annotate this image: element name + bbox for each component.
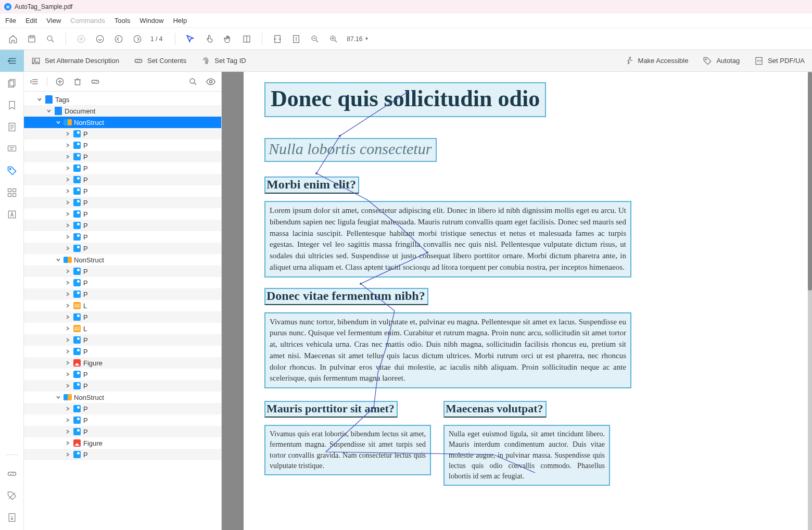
content-panel-icon[interactable] bbox=[6, 121, 18, 133]
doc-col2-heading[interactable]: Maecenas volutpat? bbox=[443, 401, 547, 418]
doc-section2-body[interactable]: Vivamus nunc tortor, bibendum in vulputa… bbox=[264, 312, 631, 389]
twisty-icon[interactable] bbox=[65, 199, 71, 206]
twisty-icon[interactable] bbox=[65, 360, 71, 366]
collapse-panel-icon[interactable] bbox=[29, 77, 40, 87]
twisty-icon[interactable] bbox=[36, 96, 43, 103]
tree-item-0-2[interactable]: P bbox=[24, 151, 221, 162]
menu-commands[interactable]: Commands bbox=[70, 17, 105, 24]
twisty-icon[interactable] bbox=[65, 406, 71, 412]
doc-section1-body[interactable]: Lorem ipsum dolor sit amet, consectetur … bbox=[264, 201, 631, 277]
twisty-icon[interactable] bbox=[65, 154, 71, 160]
menu-tools[interactable]: Tools bbox=[115, 17, 130, 24]
tree-item-2-0[interactable]: P bbox=[24, 403, 221, 414]
make-accessible-button[interactable]: Make Accessible bbox=[617, 50, 696, 72]
tree-item-1-9[interactable]: P bbox=[24, 369, 221, 380]
tree-nonstruct-2[interactable]: NonStruct bbox=[24, 392, 221, 403]
panel-search-icon[interactable] bbox=[188, 77, 198, 87]
doc-col1-body[interactable]: Vivamus quis erat lobortis, bibendum lec… bbox=[264, 425, 431, 475]
home-icon[interactable] bbox=[7, 33, 19, 45]
hand-tool-icon[interactable] bbox=[222, 33, 234, 45]
menu-help[interactable]: Help bbox=[173, 17, 187, 24]
tree-item-1-5[interactable]: L bbox=[24, 323, 221, 334]
menu-file[interactable]: File bbox=[5, 17, 16, 24]
tree-item-2-2[interactable]: P bbox=[24, 426, 221, 437]
bookmarks-panel-icon[interactable] bbox=[6, 99, 18, 111]
doc-h2[interactable]: Nulla lobortis consectetur bbox=[264, 138, 437, 162]
fit-page-icon[interactable] bbox=[290, 33, 302, 45]
tree-item-0-8[interactable]: P bbox=[24, 220, 221, 231]
twisty-icon[interactable] bbox=[65, 417, 71, 423]
tree-item-1-2[interactable]: P bbox=[24, 288, 221, 300]
tags-panel-icon[interactable] bbox=[6, 165, 18, 177]
zoom-out-icon[interactable] bbox=[309, 33, 321, 45]
doc-col2-body[interactable]: Nulla eget euismod ligula, sit amet tinc… bbox=[443, 425, 610, 486]
twisty-icon[interactable] bbox=[65, 211, 71, 217]
twisty-icon[interactable] bbox=[65, 142, 71, 148]
tree-item-1-10[interactable]: P bbox=[24, 380, 221, 392]
twisty-icon[interactable] bbox=[65, 165, 71, 171]
pointer-tool-icon[interactable] bbox=[185, 33, 196, 45]
tree-item-0-3[interactable]: P bbox=[24, 162, 221, 174]
twisty-icon[interactable] bbox=[65, 428, 71, 435]
tree-item-0-1[interactable]: P bbox=[24, 140, 221, 151]
tree-item-0-0[interactable]: P bbox=[24, 128, 221, 140]
tree-item-0-4[interactable]: P bbox=[24, 174, 221, 185]
first-page-icon[interactable] bbox=[94, 33, 106, 45]
twisty-icon[interactable] bbox=[55, 394, 61, 400]
font-panel-icon[interactable] bbox=[6, 208, 18, 221]
twisty-icon[interactable] bbox=[65, 337, 71, 343]
zoom-dropdown[interactable]: 87.16▼ bbox=[347, 35, 369, 43]
doc-section2-heading[interactable]: Donec vitae fermentum nibh? bbox=[264, 288, 428, 305]
autotag-button[interactable]: Autotag bbox=[695, 50, 747, 72]
twisty-icon[interactable] bbox=[65, 440, 71, 446]
validation-icon[interactable] bbox=[6, 489, 18, 502]
twisty-icon[interactable] bbox=[65, 188, 71, 194]
menu-window[interactable]: Window bbox=[139, 17, 163, 24]
page-canvas[interactable]: Donec quis sollicitudin odio Nulla lobor… bbox=[244, 72, 808, 530]
link-node-icon[interactable] bbox=[90, 77, 100, 87]
tree-item-0-10[interactable]: P bbox=[24, 243, 221, 254]
export-icon[interactable] bbox=[6, 511, 18, 524]
twisty-icon[interactable] bbox=[65, 268, 71, 274]
fit-width-icon[interactable] bbox=[272, 33, 283, 45]
tree-nonstruct-0[interactable]: NonStruct bbox=[24, 117, 221, 128]
tree-item-1-3[interactable]: L bbox=[24, 300, 221, 311]
twisty-icon[interactable] bbox=[65, 383, 71, 389]
twisty-icon[interactable] bbox=[65, 234, 71, 240]
search-icon[interactable] bbox=[45, 33, 56, 45]
twisty-icon[interactable] bbox=[65, 131, 71, 137]
twisty-icon[interactable] bbox=[65, 451, 71, 458]
set-contents-button[interactable]: Set Contents bbox=[126, 50, 194, 72]
tree-nonstruct-1[interactable]: NonStruct bbox=[24, 254, 221, 266]
order-panel-icon[interactable] bbox=[6, 186, 18, 199]
tree-item-1-0[interactable]: P bbox=[24, 266, 221, 277]
twisty-icon[interactable] bbox=[65, 280, 71, 286]
twisty-icon[interactable] bbox=[46, 108, 52, 114]
save-icon[interactable] bbox=[26, 33, 37, 45]
tree-item-0-6[interactable]: P bbox=[24, 197, 221, 208]
tree-item-1-7[interactable]: P bbox=[24, 346, 221, 357]
set-tag-id-button[interactable]: Set Tag ID bbox=[194, 50, 253, 72]
tree-item-0-9[interactable]: P bbox=[24, 231, 221, 243]
tree-item-1-4[interactable]: P bbox=[24, 311, 221, 323]
prev-page-icon[interactable] bbox=[113, 33, 124, 45]
tree-item-1-8[interactable]: Figure bbox=[24, 357, 221, 369]
delete-node-icon[interactable] bbox=[72, 77, 83, 87]
tree-item-0-7[interactable]: P bbox=[24, 208, 221, 220]
touch-tool-icon[interactable] bbox=[204, 33, 215, 45]
panel-visibility-icon[interactable] bbox=[206, 77, 216, 87]
columns-icon[interactable] bbox=[241, 33, 252, 45]
twisty-icon[interactable] bbox=[65, 325, 71, 332]
page-indicator[interactable]: 1 / 4 bbox=[150, 35, 162, 43]
doc-h1[interactable]: Donec quis sollicitudin odio bbox=[264, 82, 546, 117]
menu-edit[interactable]: Edit bbox=[26, 17, 37, 24]
panel-toggle-icon[interactable] bbox=[0, 50, 24, 72]
menu-view[interactable]: View bbox=[46, 17, 61, 24]
add-page-icon[interactable] bbox=[75, 33, 87, 45]
tree-document[interactable]: Document bbox=[24, 105, 221, 117]
tree-item-1-1[interactable]: P bbox=[24, 277, 221, 288]
twisty-icon[interactable] bbox=[55, 257, 61, 263]
tags-tree[interactable]: TagsDocumentNonStructPPPPPPPPPPPNonStruc… bbox=[24, 92, 221, 530]
add-node-icon[interactable] bbox=[55, 77, 65, 87]
viewer-scrollbar[interactable] bbox=[808, 72, 812, 530]
